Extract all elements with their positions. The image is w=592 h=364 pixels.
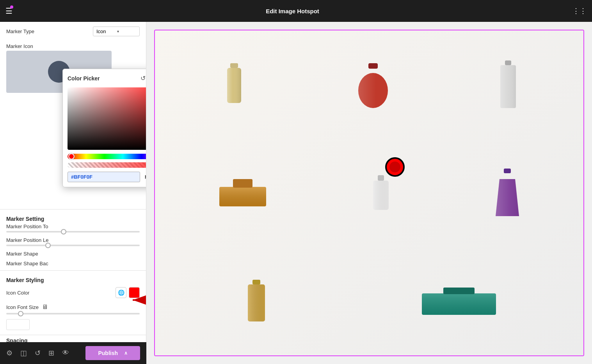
page-title: Edit Image Hotspot xyxy=(19,8,566,14)
svg-rect-12 xyxy=(219,187,266,206)
bottle-7 xyxy=(241,278,272,325)
mode-hexa-btn[interactable]: HEXA xyxy=(143,174,146,181)
svg-rect-20 xyxy=(252,280,260,284)
marker-shape-label: Marker Shape xyxy=(6,251,38,257)
hotspot-marker[interactable] xyxy=(385,157,405,177)
marker-pos-top-label: Marker Position To xyxy=(6,224,140,229)
svg-rect-17 xyxy=(504,169,511,173)
svg-rect-8 xyxy=(505,60,511,65)
svg-rect-22 xyxy=(248,284,265,321)
hex-input[interactable] xyxy=(68,172,140,182)
marker-pos-top-slider[interactable] xyxy=(6,231,140,233)
color-picker-title: Color Picker xyxy=(68,75,100,82)
marker-styling-title: Marker Styling xyxy=(0,277,50,283)
global-color-btn[interactable]: 🌐 xyxy=(116,287,126,298)
bottle-4 xyxy=(217,177,268,208)
color-gradient-picker[interactable] xyxy=(68,87,146,150)
bottle-2 xyxy=(354,61,393,108)
color-picker-popup: Color Picker ↺ + ≡ ✏ xyxy=(62,69,146,187)
opacity-slider[interactable] xyxy=(68,162,146,168)
notification-dot xyxy=(10,5,13,9)
svg-rect-5 xyxy=(368,63,378,69)
preview-bottom-icon[interactable]: 👁 xyxy=(62,349,69,357)
icon-font-size-label: Icon Font Size xyxy=(6,304,39,310)
svg-rect-16 xyxy=(373,181,389,210)
marker-pos-left-slider[interactable] xyxy=(6,245,140,246)
hue-handle[interactable] xyxy=(68,153,75,160)
svg-rect-24 xyxy=(422,293,496,315)
svg-rect-10 xyxy=(500,65,516,108)
icon-color-controls: 🌐 xyxy=(116,287,140,298)
svg-point-7 xyxy=(358,73,388,108)
svg-marker-19 xyxy=(496,179,519,216)
hotspot-inner-circle xyxy=(389,162,400,172)
icon-color-label: Icon Color xyxy=(6,290,29,296)
opacity-overlay xyxy=(68,162,146,168)
chevron-down-icon: ▾ xyxy=(117,29,136,34)
font-size-slider[interactable] xyxy=(6,313,140,314)
marker-setting-title: Marker Setting xyxy=(0,216,50,222)
marker-pos-left-label: Marker Position Le xyxy=(6,237,140,243)
bottle-3 xyxy=(496,59,520,110)
history-bottom-icon[interactable]: ↺ xyxy=(35,349,41,357)
settings-bottom-icon[interactable]: ⚙ xyxy=(6,349,12,357)
marker-shape-back-label: Marker Shape Bac xyxy=(6,261,48,266)
red-color-btn[interactable] xyxy=(129,287,140,298)
layers-bottom-icon[interactable]: ◫ xyxy=(20,349,27,357)
bottle-5 xyxy=(369,173,393,212)
marker-icon-label: Marker Icon xyxy=(6,43,33,49)
canvas-area xyxy=(146,22,592,364)
responsive-bottom-icon[interactable]: ⊞ xyxy=(48,349,54,357)
bottle-8 xyxy=(420,286,498,317)
svg-rect-2 xyxy=(230,63,238,68)
svg-rect-25 xyxy=(443,288,475,294)
publish-chevron-icon: ∧ xyxy=(124,350,128,356)
color-picker-reset-btn[interactable]: ↺ xyxy=(139,74,146,83)
left-sidebar: Marker Type Icon ▾ Marker Icon Color Pic… xyxy=(0,22,146,364)
publish-button[interactable]: Publish ∧ xyxy=(85,346,140,360)
svg-rect-4 xyxy=(227,68,241,103)
marker-type-label: Marker Type xyxy=(6,28,34,34)
bottle-6 xyxy=(494,167,521,218)
marker-type-select[interactable]: Icon ▾ xyxy=(93,27,140,36)
canvas-frame xyxy=(154,30,584,356)
svg-rect-14 xyxy=(378,175,384,181)
bottle-1 xyxy=(219,61,250,108)
grid-icon[interactable]: ⋮⋮ xyxy=(572,7,587,15)
svg-rect-13 xyxy=(233,179,252,188)
monitor-icon: 🖥 xyxy=(42,304,48,311)
hue-slider[interactable] xyxy=(68,154,146,159)
